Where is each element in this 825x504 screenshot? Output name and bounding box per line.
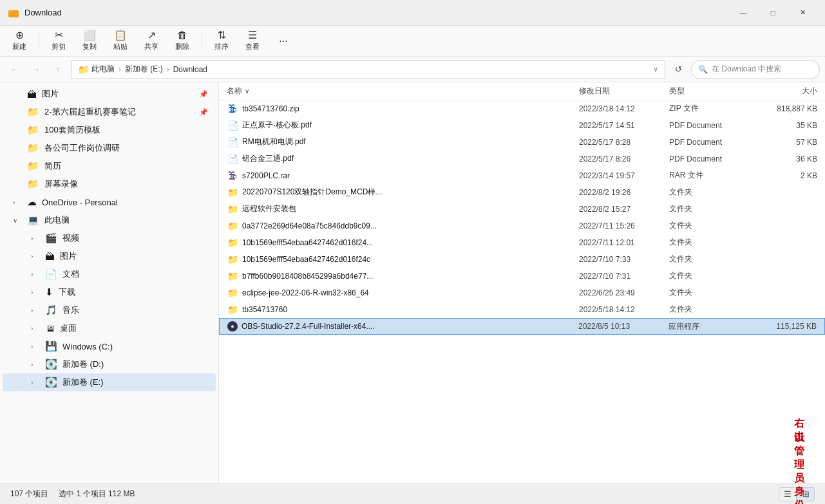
- file-date: 2022/3/14 19:57: [579, 171, 669, 180]
- sidebar-item-jobs-pin[interactable]: 📁各公司工作岗位调研: [3, 139, 216, 157]
- item-label: 各公司工作岗位调研: [44, 142, 120, 154]
- copy-button[interactable]: ⬜ 复制: [75, 28, 104, 54]
- file-name: 📄 铝合金三通.pdf: [227, 153, 579, 164]
- file-name-text: 正点原子-核心板.pdf: [242, 120, 312, 131]
- file-name: 📁 0a3772e269d64e08a75c846ddb9c09...: [227, 221, 579, 231]
- address-bar[interactable]: 📁 此电脑 › 新加卷 (E:) › Download ∨: [71, 60, 665, 79]
- sidebar-item-e-drive[interactable]: ›💽新加卷 (E:): [3, 373, 216, 391]
- file-row-f8[interactable]: 📁 0a3772e269d64e08a75c846ddb9c09... 2022…: [219, 218, 825, 234]
- item-label: 音乐: [62, 304, 79, 316]
- col-header-date[interactable]: 修改日期: [579, 86, 669, 97]
- sidebar-item-pictures-pin[interactable]: 🏔图片📌: [3, 85, 216, 103]
- file-date: 2022/6/25 23:49: [579, 288, 669, 297]
- file-date: 2022/7/10 7:33: [579, 255, 669, 264]
- item-icon: 📁: [27, 160, 39, 172]
- file-size: 36 KB: [753, 154, 817, 163]
- sidebar-item-d-drive[interactable]: ›💽新加卷 (D:): [3, 355, 216, 373]
- file-row-f6[interactable]: 📁 20220707S120双轴指针Demo_MCD样... 2022/8/2 …: [219, 184, 825, 201]
- expand-icon: ›: [31, 307, 40, 314]
- paste-button[interactable]: 📋 粘贴: [106, 28, 135, 54]
- file-row-f4[interactable]: 📄 铝合金三通.pdf 2022/5/17 8:26 PDF Document …: [219, 151, 825, 167]
- item-label: 文档: [62, 268, 79, 280]
- item-icon: 📁: [27, 106, 39, 118]
- file-name-text: 10b1569efff54ebaa6427462d016f24...: [242, 238, 373, 247]
- folder-icon: 📁: [227, 288, 238, 298]
- file-name: 📄 正点原子-核心板.pdf: [227, 120, 579, 131]
- file-row-f10[interactable]: 📁 10b1569efff54ebaa6427462d016f24c 2022/…: [219, 251, 825, 268]
- expand-icon: ›: [31, 235, 40, 242]
- col-header-type[interactable]: 类型: [669, 86, 753, 97]
- search-bar[interactable]: 🔍 在 Download 中搜索: [691, 60, 820, 79]
- more-button[interactable]: ···: [269, 28, 298, 54]
- maximize-button[interactable]: □: [758, 3, 788, 23]
- file-date: 2022/7/11 12:01: [579, 238, 669, 247]
- close-button[interactable]: ✕: [788, 3, 817, 23]
- view-button[interactable]: ☰ 查看: [238, 28, 267, 54]
- cut-button[interactable]: ✂ 剪切: [44, 28, 73, 54]
- file-name-text: 0a3772e269d64e08a75c846ddb9c09...: [242, 221, 377, 230]
- file-size: 2 KB: [753, 171, 817, 180]
- sidebar-item-desktop[interactable]: ›🖥桌面: [3, 319, 216, 337]
- file-type: 文件夹: [669, 187, 753, 198]
- forward-button[interactable]: →: [27, 61, 45, 79]
- sort-button[interactable]: ⇅ 排序: [207, 28, 236, 54]
- sidebar-item-resume-pin[interactable]: 📁简历: [3, 157, 216, 175]
- expand-icon: ›: [31, 361, 40, 368]
- file-row-f3[interactable]: 📄 RM电机和电调.pdf 2022/5/17 8:28 PDF Documen…: [219, 134, 825, 151]
- file-name: 📁 10b1569efff54ebaa6427462d016f24c: [227, 254, 579, 265]
- file-row-f13[interactable]: 📁 tb354713760 2022/5/18 14:12 文件夹: [219, 301, 825, 318]
- sidebar: 🏔图片📌📁2-第六届起重机赛事笔记📌📁100套简历模板📁各公司工作岗位调研📁简历…: [0, 82, 219, 483]
- item-icon: 📄: [45, 268, 57, 280]
- file-row-f9[interactable]: 📁 10b1569efff54ebaa6427462d016f24... 202…: [219, 234, 825, 251]
- minimize-button[interactable]: —: [728, 3, 758, 23]
- sidebar-item-notes-pin[interactable]: 📁2-第六届起重机赛事笔记📌: [3, 103, 216, 121]
- sidebar-item-c-drive[interactable]: ›💾Windows (C:): [3, 337, 216, 355]
- file-row-f1[interactable]: 🗜 tb354713760.zip 2022/3/18 14:12 ZIP 文件…: [219, 100, 825, 117]
- more-icon: ···: [279, 36, 287, 46]
- sidebar-item-videos[interactable]: ›🎬视频: [3, 229, 216, 247]
- sidebar-item-music[interactable]: ›🎵音乐: [3, 301, 216, 319]
- title-bar: Download — □ ✕: [0, 0, 825, 26]
- path-chevron-icon: ∨: [653, 65, 658, 73]
- col-header-size[interactable]: 大小: [753, 86, 817, 97]
- sidebar-item-resumes-pin[interactable]: 📁100套简历模板: [3, 121, 216, 139]
- sidebar-item-pictures[interactable]: ›🏔图片: [3, 247, 216, 265]
- back-button[interactable]: ←: [5, 61, 23, 79]
- sidebar-item-screen-pin[interactable]: 📁屏幕录像: [3, 175, 216, 193]
- file-row-f2[interactable]: 📄 正点原子-核心板.pdf 2022/5/17 14:51 PDF Docum…: [219, 117, 825, 134]
- copy-icon: ⬜: [83, 30, 96, 41]
- pdf-icon: 📄: [227, 120, 238, 131]
- file-row-f14[interactable]: ● OBS-Studio-27.2.4-Full-Installer-x64..…: [219, 318, 825, 335]
- share-button[interactable]: ↗ 共享: [137, 28, 166, 54]
- file-date: 2022/8/5 10:13: [578, 322, 669, 331]
- sidebar-item-this-pc[interactable]: ∨💻此电脑: [3, 211, 216, 229]
- refresh-button[interactable]: ↺: [669, 61, 687, 79]
- item-icon: 💻: [27, 214, 39, 226]
- file-size: 35 KB: [753, 121, 817, 130]
- item-label: 桌面: [60, 322, 77, 334]
- file-row-f11[interactable]: 📁 b7ffb60b9018408b845299a6bd4e77... 2022…: [219, 268, 825, 285]
- details-view-button[interactable]: ☰: [779, 487, 797, 501]
- col-header-name[interactable]: 名称 ∨: [227, 86, 579, 97]
- file-name: 📁 tb354713760: [227, 304, 579, 315]
- expand-icon: ›: [13, 199, 22, 206]
- file-size: 115,125 KB: [752, 322, 817, 331]
- tiles-view-button[interactable]: ⊞: [797, 487, 815, 501]
- file-date: 2022/5/18 14:12: [579, 305, 669, 314]
- file-row-f5[interactable]: 🗜 s7200PLC.rar 2022/3/14 19:57 RAR 文件 2 …: [219, 167, 825, 184]
- new-button[interactable]: ⊕ 新建: [5, 28, 33, 54]
- sidebar-item-downloads[interactable]: ›⬇下载: [3, 283, 216, 301]
- delete-button[interactable]: 🗑 删除: [168, 28, 196, 54]
- item-icon: 💽: [45, 359, 57, 370]
- up-button[interactable]: ↑: [49, 61, 67, 79]
- sidebar-item-onedrive[interactable]: ›☁OneDrive - Personal: [3, 193, 216, 211]
- item-label: 简历: [44, 160, 61, 172]
- file-type: 应用程序: [669, 321, 752, 332]
- file-name: 📁 eclipse-jee-2022-06-R-win32-x86_64: [227, 288, 579, 298]
- file-row-f12[interactable]: 📁 eclipse-jee-2022-06-R-win32-x86_64 202…: [219, 285, 825, 301]
- expand-icon: ›: [31, 325, 40, 332]
- sidebar-item-documents[interactable]: ›📄文档: [3, 265, 216, 283]
- file-row-f7[interactable]: 📁 远程软件安装包 2022/8/2 15:27 文件夹: [219, 201, 825, 218]
- file-type: 文件夹: [669, 203, 753, 214]
- file-date: 2022/7/10 7:31: [579, 272, 669, 281]
